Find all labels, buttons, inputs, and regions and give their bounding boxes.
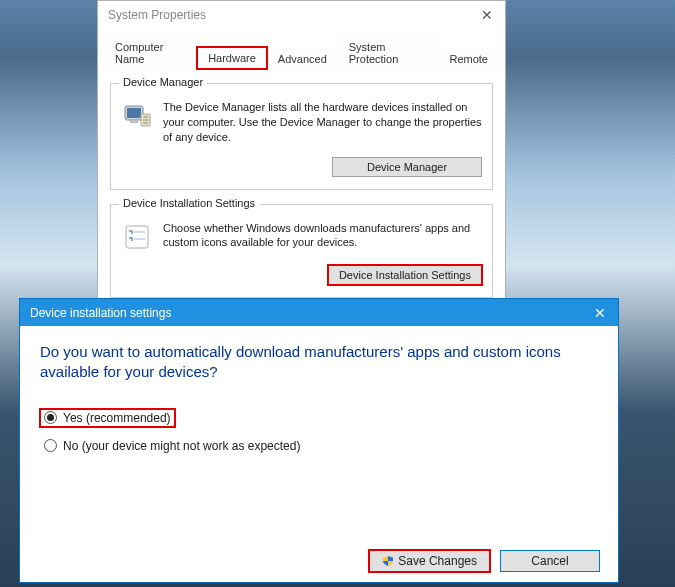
group-device-manager: Device Manager The Device Manager lists … <box>110 83 493 190</box>
device-manager-icon <box>121 100 153 132</box>
save-changes-button[interactable]: Save Changes <box>369 550 490 572</box>
group-legend: Device Installation Settings <box>119 197 259 209</box>
svg-rect-2 <box>130 120 138 123</box>
device-manager-button[interactable]: Device Manager <box>332 157 482 177</box>
radio-group: Yes (recommended) No (your device might … <box>40 409 598 455</box>
group-device-installation: Device Installation Settings Choose whet… <box>110 204 493 298</box>
tab-advanced[interactable]: Advanced <box>267 48 338 69</box>
dialog-footer: Save Changes Cancel <box>20 540 618 582</box>
svg-rect-1 <box>127 108 141 118</box>
window-title: Device installation settings <box>30 306 171 320</box>
close-icon[interactable]: ✕ <box>582 299 618 327</box>
tab-hardware[interactable]: Hardware <box>197 47 267 69</box>
group-legend: Device Manager <box>119 76 207 88</box>
radio-no[interactable]: No (your device might not work as expect… <box>40 437 304 455</box>
radio-icon <box>44 411 57 424</box>
dialog-question: Do you want to automatically download ma… <box>40 342 598 383</box>
radio-icon <box>44 439 57 452</box>
tab-system-protection[interactable]: System Protection <box>338 36 439 69</box>
svg-rect-7 <box>126 226 148 248</box>
titlebar: System Properties ✕ <box>98 1 505 29</box>
radio-yes[interactable]: Yes (recommended) <box>40 409 175 427</box>
radio-label: No (your device might not work as expect… <box>63 439 300 453</box>
tab-strip: Computer Name Hardware Advanced System P… <box>104 35 499 69</box>
group-description: The Device Manager lists all the hardwar… <box>163 100 482 145</box>
device-install-icon <box>121 221 153 253</box>
dialog-body: Do you want to automatically download ma… <box>20 326 618 469</box>
titlebar: Device installation settings ✕ <box>20 299 618 326</box>
window-title: System Properties <box>108 8 206 22</box>
tab-computer-name[interactable]: Computer Name <box>104 36 197 69</box>
radio-label: Yes (recommended) <box>63 411 171 425</box>
device-installation-settings-button[interactable]: Device Installation Settings <box>328 265 482 285</box>
group-description: Choose whether Windows downloads manufac… <box>163 221 482 251</box>
button-label: Save Changes <box>398 554 477 568</box>
cancel-button[interactable]: Cancel <box>500 550 600 572</box>
device-installation-settings-window: Device installation settings ✕ Do you wa… <box>19 298 619 583</box>
uac-shield-icon <box>382 555 394 567</box>
tab-remote[interactable]: Remote <box>438 48 499 69</box>
close-icon[interactable]: ✕ <box>469 1 505 29</box>
